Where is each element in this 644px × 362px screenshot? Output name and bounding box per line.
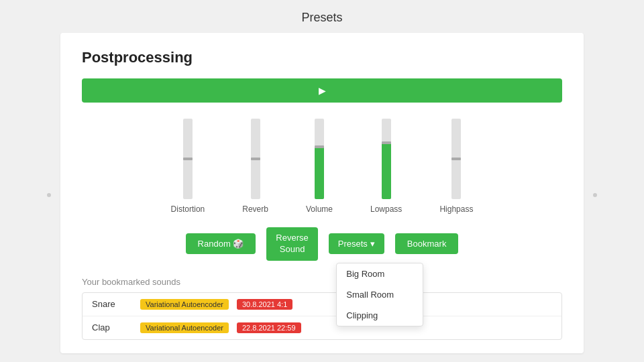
reverb-label: Reverb: [242, 204, 268, 214]
distortion-thumb[interactable]: [183, 158, 193, 160]
sound-name-clap: Clap: [92, 322, 132, 333]
reverse-sound-button[interactable]: ReverseSound: [266, 227, 317, 261]
bookmarks-label: Your bookmarked sounds: [82, 277, 562, 287]
main-card: Postprocessing ▶ Distortion Reverb: [60, 33, 584, 353]
volume-label: Volume: [306, 204, 333, 214]
presets-chevron-icon: ▾: [370, 239, 375, 249]
lowpass-label: Lowpass: [370, 204, 402, 214]
lowpass-thumb[interactable]: [382, 141, 391, 144]
lowpass-slider[interactable]: [382, 119, 391, 199]
bookmark-row-clap[interactable]: Clap Variational Autoencoder 22.8.2021 2…: [83, 316, 561, 339]
presets-dropdown: Big Room Small Room Clipping: [336, 263, 423, 326]
volume-fill: [315, 147, 324, 199]
volume-slider-container: Volume: [306, 119, 333, 214]
page-title: Presets: [301, 0, 342, 33]
tag-snare-date: 30.8.2021 4:1: [237, 299, 292, 310]
highpass-slider-container: Highpass: [439, 119, 473, 214]
presets-label: Presets: [338, 239, 368, 249]
section-title: Postprocessing: [82, 49, 562, 66]
sliders-row: Distortion Reverb Volume Lowpass: [82, 119, 562, 214]
lowpass-slider-container: Lowpass: [370, 119, 402, 214]
highpass-label: Highpass: [439, 204, 473, 214]
preset-small-room[interactable]: Small Room: [337, 284, 423, 305]
reverb-slider[interactable]: [251, 119, 260, 199]
left-dot: [47, 193, 51, 197]
reverb-slider-container: Reverb: [242, 119, 268, 214]
volume-thumb[interactable]: [315, 145, 324, 148]
volume-slider[interactable]: [315, 119, 324, 199]
random-button[interactable]: Random 🎲: [186, 233, 256, 254]
right-dot: [593, 193, 597, 197]
play-icon: ▶: [319, 85, 326, 96]
play-button[interactable]: ▶: [82, 78, 562, 103]
preset-big-room[interactable]: Big Room: [337, 263, 423, 284]
bookmarks-section: Your bookmarked sounds Snare Variational…: [82, 277, 562, 340]
distortion-slider-container: Distortion: [171, 119, 205, 214]
preset-clipping[interactable]: Clipping: [337, 305, 423, 326]
highpass-thumb[interactable]: [451, 158, 461, 160]
presets-container: Presets ▾ Big Room Small Room Clipping: [329, 233, 384, 254]
distortion-label: Distortion: [171, 204, 205, 214]
highpass-slider[interactable]: [451, 119, 461, 199]
lowpass-fill: [382, 143, 391, 199]
tag-clap-model: Variational Autoencoder: [140, 322, 229, 333]
bookmark-button[interactable]: Bookmark: [395, 233, 459, 254]
sound-name-snare: Snare: [92, 299, 132, 309]
tag-snare-model: Variational Autoencoder: [140, 299, 229, 310]
presets-button[interactable]: Presets ▾: [329, 233, 384, 254]
buttons-row: Random 🎲 ReverseSound Presets ▾ Big Room…: [82, 227, 562, 261]
reverb-thumb[interactable]: [251, 158, 260, 160]
bookmark-row-snare[interactable]: Snare Variational Autoencoder 30.8.2021 …: [83, 293, 561, 316]
distortion-slider[interactable]: [183, 119, 193, 199]
tag-clap-date: 22.8.2021 22:59: [237, 322, 301, 333]
bookmarks-table: Snare Variational Autoencoder 30.8.2021 …: [82, 292, 562, 340]
